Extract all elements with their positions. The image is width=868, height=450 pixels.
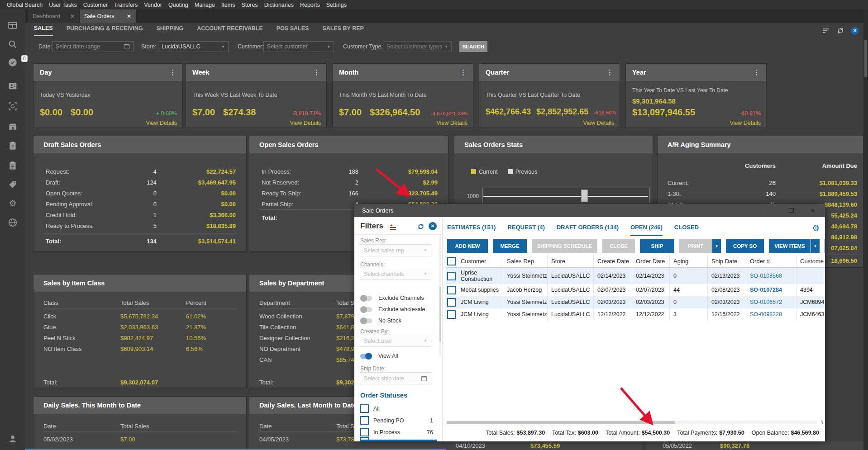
close-filters-icon[interactable]: ✕ (429, 222, 437, 230)
status-checkbox-pending-po[interactable]: Pending PO1 (360, 416, 433, 425)
row-checkbox[interactable] (446, 308, 457, 321)
customer-select[interactable]: Select customer▼ (263, 41, 334, 52)
view-items-dropdown-caret[interactable]: ▼ (811, 239, 820, 253)
search-icon[interactable] (8, 39, 18, 49)
menu-items[interactable]: Items (218, 2, 238, 8)
refresh-icon[interactable] (417, 223, 425, 231)
order-row[interactable]: JCM Living Yossi Steinmetz LucidaUSALLC … (446, 308, 825, 321)
toggle-switch[interactable] (360, 296, 372, 301)
status-checkbox-in-process[interactable]: In Process76 (360, 428, 433, 436)
search-button[interactable]: SEARCH (459, 41, 487, 52)
shipping-schedule-button[interactable]: SHIPPING SCHEDULE (532, 239, 597, 253)
refresh-icon[interactable] (836, 27, 844, 35)
checkbox[interactable] (360, 428, 369, 436)
kebab-menu-icon[interactable]: ⋮ (313, 68, 320, 76)
menu-settings[interactable]: Settings (323, 2, 350, 8)
order-number-link[interactable]: SO-0108568 (746, 268, 796, 284)
row-checkbox[interactable] (446, 268, 457, 284)
kebab-menu-icon[interactable]: ⋮ (169, 68, 176, 76)
view-details-link[interactable]: View Details (583, 120, 614, 126)
add-new-button[interactable]: ADD NEW (447, 239, 488, 253)
order-row[interactable]: JCM Living Yossi Steinmetz LucidaUSALLC … (446, 296, 825, 308)
tab-open[interactable]: OPEN (246) (630, 224, 663, 236)
kebab-menu-icon[interactable]: ⋮ (606, 68, 613, 76)
checkbox[interactable] (360, 404, 369, 413)
subtab-pos-sales[interactable]: POS SALES (277, 23, 309, 35)
gear-icon[interactable]: ⚙ (8, 199, 18, 208)
print-button[interactable]: PRINT (679, 239, 712, 253)
sales-rep-select[interactable]: Select sales rep▼ (360, 244, 431, 256)
ship-date-input[interactable]: Select ship date (360, 372, 431, 384)
subtab-shipping[interactable]: SHIPPING (156, 23, 183, 35)
view-details-link[interactable]: View Details (146, 120, 177, 126)
menu-customer[interactable]: Customer (80, 2, 111, 8)
menu-vendor[interactable]: Vendor (141, 2, 165, 8)
toggle-switch[interactable] (360, 307, 372, 312)
tab-dashboard[interactable]: Dashboard✕ (28, 9, 79, 23)
order-number-link[interactable]: SO-0107284 (746, 284, 796, 296)
menu-stores[interactable]: Stores (238, 2, 261, 8)
checkbox[interactable] (360, 416, 369, 425)
clipboard-list-icon[interactable] (8, 161, 18, 171)
clipboard-question-icon[interactable]: ? (8, 141, 18, 151)
subtab-sales[interactable]: SALES (34, 22, 53, 36)
row-checkbox[interactable] (446, 284, 457, 296)
toggle-exclude-channels[interactable]: Exclude Channels (360, 295, 424, 301)
select-all-checkbox[interactable] (446, 255, 457, 267)
filters-search-button[interactable]: SEARCH (360, 440, 437, 441)
filters-scrollbar[interactable] (439, 237, 441, 356)
order-number-link[interactable]: SO-0106572 (746, 296, 796, 308)
sort-lines-icon[interactable] (822, 27, 830, 34)
tab-closed[interactable]: CLOSED (674, 224, 699, 235)
toggle-switch[interactable] (360, 318, 372, 323)
view-details-link[interactable]: View Details (290, 120, 321, 126)
order-number-link[interactable]: SO-0098228 (746, 308, 796, 321)
maximize-button[interactable] (784, 207, 798, 215)
menu-manage[interactable]: Manage (191, 2, 218, 8)
customer-type-select[interactable]: Select customer types▼ (383, 41, 452, 52)
menu-dictionaries[interactable]: Dictionaries (261, 2, 297, 8)
minimize-button[interactable]: – (762, 207, 775, 215)
ship-button[interactable]: SHIP (640, 239, 674, 253)
menu-global-search[interactable]: Global Search (4, 2, 46, 8)
user-icon[interactable] (8, 434, 18, 444)
view-details-link[interactable]: View Details (436, 120, 467, 126)
view-items-button[interactable]: VIEW ITEMS (769, 239, 811, 253)
tag-icon[interactable] (8, 180, 18, 189)
created-by-select[interactable]: Select user▼ (360, 335, 431, 347)
subtab-account-receivable[interactable]: ACCOUNT RECEIVABLE (197, 23, 263, 35)
view-details-link[interactable]: View Details (730, 120, 761, 126)
close-order-button[interactable]: CLOSE (602, 239, 635, 253)
menu-user-tasks[interactable]: User Tasks (46, 2, 80, 8)
close-circle-icon[interactable]: ✕ (851, 27, 859, 35)
close-button[interactable]: ✕ (806, 207, 820, 215)
store-select[interactable]: LucidaUSALLC▼ (158, 41, 229, 52)
scan-refresh-icon[interactable] (8, 101, 18, 111)
merge-button[interactable]: MERGE (493, 239, 527, 253)
close-tab-icon[interactable]: ✕ (65, 13, 75, 19)
modal-title-bar[interactable]: Sale Orders (354, 204, 825, 217)
chart-range-slider[interactable] (482, 188, 650, 203)
page-scrollbar[interactable] (863, 9, 868, 450)
status-checkbox-all[interactable]: All (360, 404, 433, 413)
tab-request[interactable]: REQUEST (4) (507, 224, 544, 235)
subtab-purchasing-receiving[interactable]: PURCHASING & RECEIVING (67, 23, 143, 35)
print-dropdown-caret[interactable]: ▼ (712, 239, 721, 253)
toggle-view-all[interactable]: View All (360, 353, 398, 359)
store-icon[interactable] (8, 122, 18, 132)
date-range-input[interactable]: Select date range (52, 41, 134, 52)
menu-quoting[interactable]: Quoting (165, 2, 191, 8)
scrollbar-thumb[interactable] (864, 40, 867, 77)
order-row[interactable]: Mobat supplies Jacob Herzog LucidaUSALLC… (446, 284, 825, 296)
contacts-icon[interactable] (8, 81, 18, 91)
tab-draft-orders[interactable]: DRAFT ORDERS (134) (557, 224, 619, 235)
globe-icon[interactable] (8, 218, 18, 227)
kebab-menu-icon[interactable]: ⋮ (753, 68, 760, 76)
copy-so-button[interactable]: COPY SO (726, 239, 764, 253)
menu-reports[interactable]: Reports (297, 2, 323, 8)
close-tab-icon[interactable]: ✕ (121, 13, 131, 19)
order-row[interactable]: Uprise Construction Yossi Steinmetz Luci… (446, 268, 825, 284)
row-checkbox[interactable] (446, 296, 457, 308)
toggle-exclude-wholesale[interactable]: Exclude wholesale (360, 306, 425, 313)
toggle-switch[interactable] (360, 354, 372, 359)
